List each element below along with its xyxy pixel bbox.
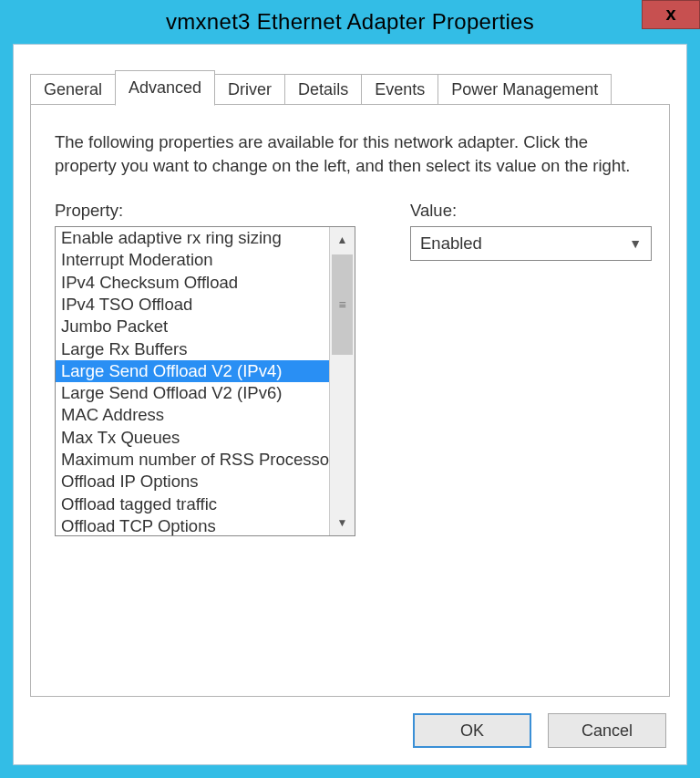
list-item[interactable]: Jumbo Packet (56, 316, 329, 337)
intro-text: The following properties are available f… (55, 130, 638, 177)
chevron-up-icon: ▲ (337, 233, 348, 246)
value-column: Value: Enabled ▼ (410, 201, 652, 261)
list-item[interactable]: Large Send Offload V2 (IPv4) (56, 360, 329, 382)
property-label: Property: (55, 201, 355, 221)
window-title: vmxnet3 Ethernet Adapter Properties (166, 9, 534, 35)
chevron-down-icon: ▼ (629, 236, 642, 251)
tab-advanced[interactable]: Advanced (115, 70, 215, 106)
tab-panel-advanced: The following properties are available f… (30, 104, 670, 697)
list-item[interactable]: Offload tagged traffic (56, 493, 329, 515)
tab-strip: General Advanced Driver Details Events P… (14, 45, 686, 105)
list-item[interactable]: IPv4 Checksum Offload (56, 272, 329, 294)
list-item[interactable]: Large Send Offload V2 (IPv6) (56, 382, 329, 404)
list-item[interactable]: MAC Address (56, 404, 329, 426)
value-label: Value: (410, 201, 652, 221)
list-item[interactable]: Enable adaptive rx ring sizing (56, 227, 329, 249)
scroll-up-button[interactable]: ▲ (330, 227, 355, 253)
tab-details[interactable]: Details (284, 74, 362, 105)
tab-general[interactable]: General (30, 74, 116, 105)
titlebar: vmxnet3 Ethernet Adapter Properties x (0, 0, 700, 44)
property-column: Property: Enable adaptive rx ring sizing… (55, 201, 355, 536)
property-listbox[interactable]: Enable adaptive rx ring sizing Interrupt… (55, 226, 355, 536)
tab-driver[interactable]: Driver (214, 74, 285, 105)
tab-power-management[interactable]: Power Management (438, 74, 612, 105)
window-frame: vmxnet3 Ethernet Adapter Properties x Ge… (0, 0, 700, 778)
cancel-button[interactable]: Cancel (548, 713, 666, 748)
ok-button[interactable]: OK (413, 713, 531, 748)
dialog-button-row: OK Cancel (413, 713, 666, 748)
list-item[interactable]: Large Rx Buffers (56, 338, 329, 360)
list-item[interactable]: Maximum number of RSS Processo (56, 449, 329, 471)
tab-events[interactable]: Events (361, 74, 438, 105)
close-button[interactable]: x (642, 0, 700, 29)
client-area: General Advanced Driver Details Events P… (13, 44, 687, 765)
chevron-down-icon: ▼ (337, 516, 348, 529)
list-item[interactable]: Offload IP Options (56, 471, 329, 493)
value-dropdown[interactable]: Enabled ▼ (410, 226, 652, 261)
advanced-layout: Property: Enable adaptive rx ring sizing… (55, 201, 645, 536)
property-list-viewport: Enable adaptive rx ring sizing Interrupt… (56, 227, 329, 535)
list-item[interactable]: Offload TCP Options (56, 515, 329, 535)
property-scrollbar[interactable]: ▲ ≡ ▼ (329, 227, 355, 535)
scroll-thumb[interactable]: ≡ (332, 254, 353, 355)
value-dropdown-text: Enabled (420, 233, 482, 254)
list-item[interactable]: IPv4 TSO Offload (56, 294, 329, 316)
scroll-down-button[interactable]: ▼ (330, 510, 355, 535)
list-item[interactable]: Max Tx Queues (56, 427, 329, 449)
list-item[interactable]: Interrupt Moderation (56, 249, 329, 271)
